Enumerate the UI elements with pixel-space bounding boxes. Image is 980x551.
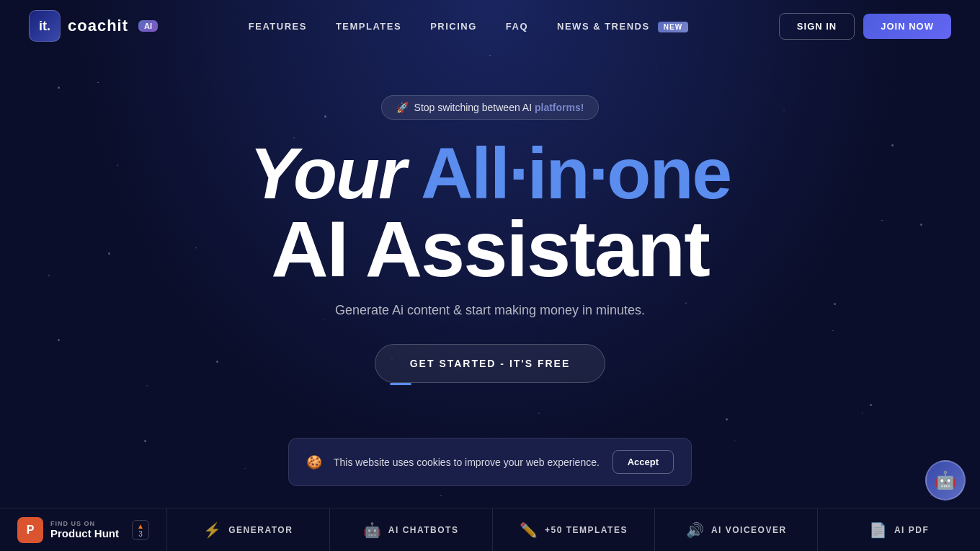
product-hunt-logo: P <box>17 517 43 543</box>
ph-text-block: FIND US ON Product Hunt <box>50 520 119 539</box>
logo-ai-badge: AI <box>138 20 158 32</box>
dot-decoration <box>870 404 872 406</box>
nav-link-templates[interactable]: TEMPLATES <box>336 21 401 32</box>
chatbots-icon: 🤖 <box>363 521 381 539</box>
nav-links: FEATURES TEMPLATES PRICING FAQ NEWS & TR… <box>249 19 688 32</box>
pdf-icon: 📄 <box>869 521 887 539</box>
hero-title-line1: Your All·in·one <box>249 137 731 209</box>
feature-chatbots: 🤖 AI CHATBOTS <box>330 508 493 552</box>
ph-count: 3 <box>138 530 143 538</box>
cookie-banner: 🍪 This website uses cookies to improve y… <box>288 438 692 486</box>
templates-label: +50 TEMPLATES <box>545 525 628 535</box>
nav-item-news[interactable]: NEWS & TRENDS NEW <box>557 19 688 32</box>
nav-link-features[interactable]: FEATURES <box>249 21 307 32</box>
feature-pdf: 📄 AI PDF <box>818 508 980 552</box>
logo-text: coachit <box>68 17 128 35</box>
nav-item-pricing[interactable]: PRICING <box>430 19 477 32</box>
title-your: Your <box>249 133 405 213</box>
nav-actions: SIGN IN JOIN NOW <box>779 13 951 40</box>
ph-find-us-label: FIND US ON <box>50 520 119 527</box>
nav-item-features[interactable]: FEATURES <box>249 19 307 32</box>
robot-avatar[interactable]: 🤖 <box>925 460 966 501</box>
cookie-text: This website uses cookies to improve you… <box>334 457 601 468</box>
feature-templates: ✏️ +50 TEMPLATES <box>493 508 656 552</box>
title-allinone: All·in·one <box>421 133 731 213</box>
get-started-button[interactable]: GET STARTED - IT'S FREE <box>375 344 606 383</box>
new-badge: NEW <box>658 22 688 32</box>
signin-button[interactable]: SIGN IN <box>779 13 855 40</box>
bottom-bar-items: P FIND US ON Product Hunt ▲ 3 ⚡ GENERATO… <box>0 508 980 552</box>
templates-icon: ✏️ <box>520 521 538 539</box>
generator-icon: ⚡ <box>203 521 221 539</box>
hero-subtitle: Generate Ai content & start making money… <box>335 303 645 318</box>
dot-decoration <box>726 418 728 420</box>
pdf-label: AI PDF <box>894 525 929 535</box>
joinnow-button[interactable]: JOIN NOW <box>863 14 951 39</box>
generator-label: GENERATOR <box>228 525 293 535</box>
badge-emoji: 🚀 <box>396 102 409 113</box>
voiceover-label: AI VOICEOVER <box>711 525 787 535</box>
chatbots-label: AI CHATBOTS <box>388 525 459 535</box>
bottom-bar: P FIND US ON Product Hunt ▲ 3 ⚡ GENERATO… <box>0 508 980 551</box>
logo-icon: it. <box>29 10 61 42</box>
nav-link-faq[interactable]: FAQ <box>506 21 528 32</box>
nav-link-news[interactable]: NEWS & TRENDS NEW <box>557 21 688 32</box>
nav-link-pricing[interactable]: PRICING <box>430 21 477 32</box>
product-hunt-widget[interactable]: P FIND US ON Product Hunt ▲ 3 <box>0 508 167 552</box>
ph-upvote[interactable]: ▲ 3 <box>132 520 149 540</box>
nav-item-faq[interactable]: FAQ <box>506 19 528 32</box>
logo[interactable]: it. coachit AI <box>29 10 158 42</box>
badge-highlight: platforms! <box>535 102 584 113</box>
hero-badge: 🚀 Stop switching between AI platforms! <box>381 95 600 120</box>
robot-emoji: 🤖 <box>935 470 956 490</box>
badge-text: Stop switching between AI platforms! <box>414 102 584 113</box>
nav-item-templates[interactable]: TEMPLATES <box>336 19 401 32</box>
dot-decoration <box>144 440 146 442</box>
voiceover-icon: 🔊 <box>686 521 704 539</box>
feature-generator: ⚡ GENERATOR <box>167 508 330 552</box>
cookie-emoji: 🍪 <box>306 454 322 470</box>
navbar: it. coachit AI FEATURES TEMPLATES PRICIN… <box>0 0 980 52</box>
ph-arrow-icon: ▲ <box>137 522 144 530</box>
hero-section: 🚀 Stop switching between AI platforms! Y… <box>0 52 980 383</box>
hero-title-line2: AI Assistant <box>271 209 709 288</box>
feature-voiceover: 🔊 AI VOICEOVER <box>655 508 818 552</box>
ph-name: Product Hunt <box>50 527 119 539</box>
accept-button[interactable]: Accept <box>612 450 674 474</box>
